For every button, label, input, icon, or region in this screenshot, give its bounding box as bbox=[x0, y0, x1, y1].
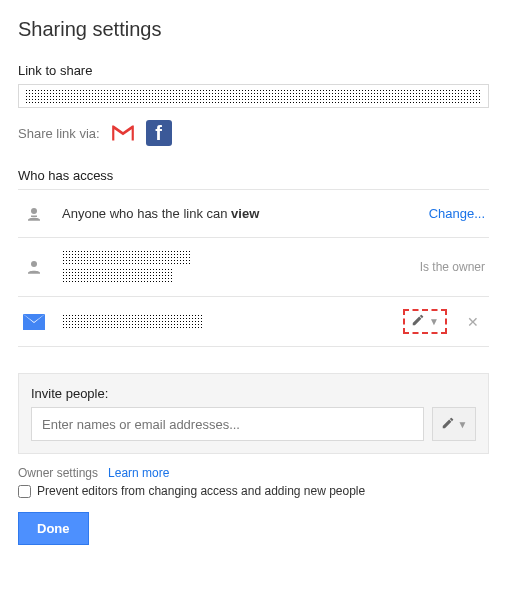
invite-input[interactable] bbox=[31, 407, 424, 441]
person-icon bbox=[22, 258, 46, 276]
access-row-collaborator: ▼ ✕ bbox=[18, 297, 489, 347]
owner-role-label: Is the owner bbox=[420, 260, 485, 274]
prevent-editors-row[interactable]: Prevent editors from changing access and… bbox=[18, 484, 489, 498]
invite-label: Invite people: bbox=[31, 386, 476, 401]
invite-permission-dropdown[interactable]: ▼ bbox=[432, 407, 476, 441]
access-list: Anyone who has the link can view Change.… bbox=[18, 189, 489, 347]
done-button[interactable]: Done bbox=[18, 512, 89, 545]
link-visibility-icon bbox=[22, 205, 46, 223]
facebook-icon[interactable]: f bbox=[146, 120, 172, 146]
access-row-owner: Is the owner bbox=[18, 238, 489, 297]
access-row-public: Anyone who has the link can view Change.… bbox=[18, 190, 489, 238]
svg-point-0 bbox=[31, 208, 37, 214]
share-via-row: Share link via: f bbox=[18, 120, 489, 146]
svg-point-2 bbox=[31, 261, 37, 267]
dialog-title: Sharing settings bbox=[18, 18, 489, 41]
redacted-url bbox=[25, 89, 482, 103]
svg-rect-1 bbox=[31, 215, 37, 217]
owner-settings-row: Owner settings Learn more bbox=[18, 466, 489, 480]
pencil-icon bbox=[441, 416, 455, 433]
link-to-share-input[interactable] bbox=[18, 84, 489, 108]
chevron-down-icon: ▼ bbox=[429, 316, 439, 327]
owner-name bbox=[62, 250, 420, 284]
chevron-down-icon: ▼ bbox=[458, 419, 468, 430]
who-has-access-label: Who has access bbox=[18, 168, 489, 183]
learn-more-link[interactable]: Learn more bbox=[108, 466, 169, 480]
sharing-dialog: Sharing settings Link to share Share lin… bbox=[0, 0, 507, 563]
pencil-icon bbox=[411, 313, 425, 330]
permission-dropdown[interactable]: ▼ bbox=[403, 309, 447, 334]
gmail-icon[interactable] bbox=[110, 120, 136, 146]
remove-collaborator-button[interactable]: ✕ bbox=[461, 314, 485, 330]
email-icon bbox=[22, 314, 46, 330]
invite-people-block: Invite people: ▼ bbox=[18, 373, 489, 454]
change-visibility-link[interactable]: Change... bbox=[429, 206, 485, 221]
prevent-editors-checkbox[interactable] bbox=[18, 485, 31, 498]
collaborator-email bbox=[62, 314, 403, 330]
link-to-share-label: Link to share bbox=[18, 63, 489, 78]
access-public-text: Anyone who has the link can view bbox=[62, 206, 429, 221]
share-via-label: Share link via: bbox=[18, 126, 100, 141]
